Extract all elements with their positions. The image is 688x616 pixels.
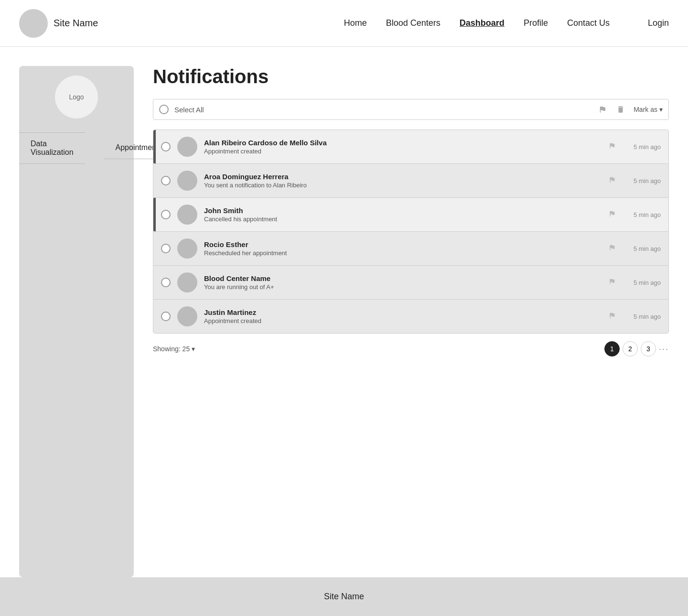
notification-text: Alan Ribeiro Cardoso de Mello Silva Appo… xyxy=(204,139,602,155)
page-content: Notifications Select All Mark as ▾ xyxy=(153,66,669,577)
unread-indicator xyxy=(153,198,156,231)
notification-name: Alan Ribeiro Cardoso de Mello Silva xyxy=(204,139,602,147)
notification-description: You are running out of A+ xyxy=(204,283,602,291)
avatar xyxy=(177,171,197,191)
footer-site-name: Site Name xyxy=(324,592,364,601)
pagination-pages: 1 2 3 ··· xyxy=(604,341,669,357)
flag-notification-icon[interactable] xyxy=(608,142,616,152)
mark-as-chevron-icon: ▾ xyxy=(659,106,663,113)
notification-description: Cancelled his appointment xyxy=(204,216,602,223)
sidebar-item-data-visualization[interactable]: Data Visualization xyxy=(19,132,85,164)
notification-checkbox[interactable] xyxy=(161,278,171,287)
notification-item: John Smith Cancelled his appointment 5 m… xyxy=(153,198,668,232)
notification-name: Justin Martinez xyxy=(204,308,602,316)
avatar xyxy=(177,205,197,225)
select-all-label: Select All xyxy=(174,106,591,114)
showing-selector[interactable]: Showing: 25 ▾ xyxy=(153,345,195,353)
notification-name: John Smith xyxy=(204,206,602,215)
notification-checkbox[interactable] xyxy=(161,244,171,253)
flag-notification-icon[interactable] xyxy=(608,210,616,220)
header: Site Name Home Blood Centers Dashboard P… xyxy=(0,0,688,47)
notification-checkbox[interactable] xyxy=(161,312,171,321)
showing-text: Showing: xyxy=(153,345,181,353)
notification-time: 5 min ago xyxy=(623,143,661,151)
notification-name: Rocio Esther xyxy=(204,240,602,249)
flag-notification-icon[interactable] xyxy=(608,244,616,254)
sidebar: Logo Data Visualization Appointments Don… xyxy=(19,66,134,577)
notification-text: Blood Center Name You are running out of… xyxy=(204,274,602,291)
notification-description: You sent a notification to Alan Ribeiro xyxy=(204,182,602,189)
notification-name: Aroa Dominguez Herrera xyxy=(204,173,602,181)
notification-checkbox[interactable] xyxy=(161,176,171,185)
notification-item: Alan Ribeiro Cardoso de Mello Silva Appo… xyxy=(153,130,668,164)
notification-checkbox[interactable] xyxy=(161,210,171,219)
notification-time: 5 min ago xyxy=(623,211,661,218)
site-name: Site Name xyxy=(54,18,98,29)
login-button[interactable]: Login xyxy=(648,18,669,28)
nav-home[interactable]: Home xyxy=(344,18,367,28)
notification-item: Blood Center Name You are running out of… xyxy=(153,266,668,300)
mark-as-label: Mark as xyxy=(634,106,657,113)
sidebar-nav: Data Visualization Appointments Donors F… xyxy=(19,128,134,168)
notification-item: Justin Martinez Appointment created 5 mi… xyxy=(153,300,668,333)
footer: Site Name xyxy=(0,577,688,616)
avatar xyxy=(177,137,197,157)
toolbar-actions: Mark as ▾ xyxy=(597,104,663,115)
notification-time: 5 min ago xyxy=(623,245,661,252)
nav-profile[interactable]: Profile xyxy=(524,18,548,28)
notification-item: Aroa Dominguez Herrera You sent a notifi… xyxy=(153,164,668,198)
notification-time: 5 min ago xyxy=(623,177,661,184)
nav-dashboard[interactable]: Dashboard xyxy=(460,18,505,28)
page-button-3[interactable]: 3 xyxy=(641,341,656,357)
delete-icon[interactable] xyxy=(615,104,626,115)
notification-item: Rocio Esther Rescheduled her appointment… xyxy=(153,232,668,266)
flag-icon[interactable] xyxy=(597,104,608,115)
mark-as-button[interactable]: Mark as ▾ xyxy=(634,106,663,113)
main-nav: Home Blood Centers Dashboard Profile Con… xyxy=(344,18,610,28)
header-logo xyxy=(19,9,48,38)
notifications-toolbar: Select All Mark as ▾ xyxy=(153,99,669,120)
showing-value: 25 xyxy=(183,345,190,353)
page-button-1[interactable]: 1 xyxy=(604,341,620,357)
flag-notification-icon[interactable] xyxy=(608,176,616,186)
notifications-list: Alan Ribeiro Cardoso de Mello Silva Appo… xyxy=(153,130,669,334)
notification-text: Justin Martinez Appointment created xyxy=(204,308,602,324)
notification-checkbox[interactable] xyxy=(161,142,171,151)
notification-time: 5 min ago xyxy=(623,279,661,286)
notification-text: John Smith Cancelled his appointment xyxy=(204,206,602,223)
select-all-checkbox[interactable] xyxy=(159,105,169,114)
avatar xyxy=(177,238,197,259)
nav-contact-us[interactable]: Contact Us xyxy=(567,18,610,28)
page-title: Notifications xyxy=(153,66,669,87)
notification-description: Appointment created xyxy=(204,148,602,155)
notification-text: Rocio Esther Rescheduled her appointment xyxy=(204,240,602,257)
notification-description: Rescheduled her appointment xyxy=(204,249,602,257)
logo-area: Site Name xyxy=(19,9,98,38)
notification-name: Blood Center Name xyxy=(204,274,602,282)
avatar xyxy=(177,272,197,292)
sidebar-logo: Logo xyxy=(55,76,98,119)
notification-time: 5 min ago xyxy=(623,313,661,320)
pagination-ellipsis: ··· xyxy=(659,344,669,354)
avatar xyxy=(177,306,197,326)
main-content: Logo Data Visualization Appointments Don… xyxy=(0,47,688,577)
notification-text: Aroa Dominguez Herrera You sent a notifi… xyxy=(204,173,602,189)
notification-description: Appointment created xyxy=(204,317,602,324)
unread-indicator xyxy=(153,130,156,163)
flag-notification-icon[interactable] xyxy=(608,278,616,288)
showing-chevron-icon: ▾ xyxy=(192,345,195,353)
pagination-bar: Showing: 25 ▾ 1 2 3 ··· xyxy=(153,341,669,357)
nav-blood-centers[interactable]: Blood Centers xyxy=(386,18,441,28)
page-button-2[interactable]: 2 xyxy=(623,341,638,357)
flag-notification-icon[interactable] xyxy=(608,312,616,322)
